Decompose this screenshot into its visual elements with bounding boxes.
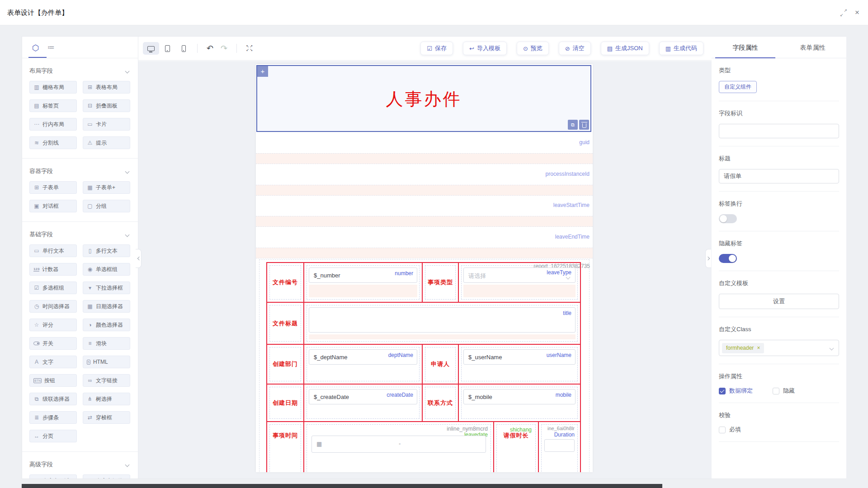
form-label-cell[interactable]: 事项类型 xyxy=(423,263,459,302)
field-item[interactable]: ▾下拉选择框 xyxy=(83,282,130,294)
form-label-cell[interactable]: 创建日期 xyxy=(267,385,304,421)
field-item[interactable]: ≡滑块 xyxy=(83,337,130,350)
field-item[interactable]: ▤标签页 xyxy=(29,99,77,112)
import-template-button[interactable]: ↩导入模板 xyxy=(463,42,507,55)
field-item[interactable]: 5HTML xyxy=(83,356,130,368)
undo-icon[interactable]: ↶ xyxy=(207,44,213,53)
tab-form-properties[interactable]: 表单属性 xyxy=(779,37,846,58)
spacer-row[interactable] xyxy=(256,216,593,227)
field-item[interactable]: ⇄穿梭框 xyxy=(83,411,130,424)
components-tab-icon[interactable]: ⬡ xyxy=(32,43,39,53)
mobile-view-button[interactable] xyxy=(175,42,192,55)
mobile-input[interactable]: $_mobilemobile xyxy=(463,389,576,404)
field-item[interactable]: BTN按钮 xyxy=(29,374,77,387)
user-name-input[interactable]: $_userNameuserName xyxy=(463,349,576,365)
field-item[interactable]: ⊞表格布局 xyxy=(83,81,130,94)
field-item[interactable]: ▣对话框 xyxy=(29,200,77,212)
move-handle-icon[interactable]: + xyxy=(257,66,268,77)
field-item[interactable]: ◑颜色选择器 xyxy=(83,319,130,331)
leave-type-select[interactable]: 请选择leaveType xyxy=(463,267,576,283)
field-item[interactable]: ↔分页 xyxy=(29,430,77,442)
form-label-cell[interactable]: 联系方式 xyxy=(423,385,459,421)
title-input[interactable]: title xyxy=(309,307,576,333)
hidden-field-row[interactable]: leaveStartTime xyxy=(256,197,593,214)
form-label-cell[interactable]: 文件编号 xyxy=(267,263,304,302)
generate-json-button[interactable]: ▤生成JSON xyxy=(601,42,649,55)
form-label-cell[interactable]: 申请人 xyxy=(423,345,459,384)
generate-code-button[interactable]: ▥生成代码 xyxy=(659,42,703,55)
field-item[interactable]: ▥栅格布局 xyxy=(29,81,77,94)
section-advanced-fields[interactable]: 高级字段 xyxy=(29,461,131,468)
field-item[interactable]: A文字 xyxy=(29,356,77,368)
preview-button[interactable]: ⊙预览 xyxy=(517,42,549,55)
form-input-cell[interactable]: $_numbernumber xyxy=(304,263,423,302)
field-item[interactable]: ⧉级联选择器 xyxy=(29,393,77,405)
create-date-input[interactable]: $_createDatecreateDate xyxy=(309,389,417,404)
field-item[interactable]: ▢分组 xyxy=(83,200,130,212)
data-binding-checkbox[interactable] xyxy=(719,388,726,394)
section-layout-fields[interactable]: 布局字段 xyxy=(29,67,131,75)
hidden-checkbox[interactable] xyxy=(773,388,779,394)
hidden-field-row[interactable]: guid xyxy=(256,134,593,151)
field-item[interactable]: ▦子表单+ xyxy=(83,181,130,194)
field-item[interactable]: ≣步骤条 xyxy=(29,411,77,424)
spacer-row[interactable] xyxy=(256,185,593,196)
field-item[interactable]: ≋分割线 xyxy=(29,136,77,149)
field-item[interactable]: ☆评分 xyxy=(29,319,77,331)
label-wrap-toggle[interactable] xyxy=(719,214,737,223)
field-item[interactable]: ☑多选框组 xyxy=(29,282,77,294)
number-input[interactable]: $_numbernumber xyxy=(309,267,417,283)
form-input-cell[interactable]: $_deptNamedeptName xyxy=(304,345,423,384)
field-item[interactable]: ▯多行文本 xyxy=(83,244,130,257)
desktop-view-button[interactable] xyxy=(143,42,159,55)
copy-component-icon[interactable]: ⧉ xyxy=(568,120,578,130)
custom-class-select[interactable]: formheader× xyxy=(719,340,839,356)
field-item[interactable]: ▭单行文本 xyxy=(29,244,77,257)
field-item[interactable]: ◉单选框组 xyxy=(83,263,130,276)
restore-window-icon[interactable]: ↗ ↙ xyxy=(839,8,848,17)
close-window-icon[interactable]: × xyxy=(853,8,862,17)
form-input-cell[interactable]: $_createDatecreateDate xyxy=(304,385,423,421)
form-header-component[interactable]: + 人事办件 ⧉ xyxy=(256,65,591,132)
section-container-fields[interactable]: 容器字段 xyxy=(29,168,131,175)
form-input-cell[interactable]: title xyxy=(304,303,580,344)
tablet-view-button[interactable] xyxy=(159,42,175,55)
settings-button[interactable]: 设置 xyxy=(719,294,839,309)
form-daterange-cell[interactable]: inline_nym8mcrd leavedate ▦ - xyxy=(304,422,494,472)
hidden-field-row[interactable]: leaveEndTime xyxy=(256,229,593,246)
delete-component-icon[interactable] xyxy=(579,120,589,130)
collapse-sidebar-handle[interactable] xyxy=(136,249,142,268)
field-item[interactable]: ∞文字链接 xyxy=(83,374,130,387)
form-input-cell[interactable]: $_mobilemobile xyxy=(459,385,580,421)
section-basic-fields[interactable]: 基础字段 xyxy=(29,231,131,238)
field-item[interactable]: 开关 xyxy=(29,337,77,350)
clear-button[interactable]: ⊘清空 xyxy=(559,42,591,55)
duration-input[interactable] xyxy=(544,439,575,452)
outline-tab-icon[interactable]: ≔ xyxy=(47,43,55,52)
field-id-input[interactable] xyxy=(719,124,839,138)
collapse-panel-handle[interactable] xyxy=(705,249,711,268)
field-item[interactable]: ▦日期选择器 xyxy=(83,300,130,313)
field-item[interactable]: ⋯行内布局 xyxy=(29,118,77,131)
hide-label-toggle[interactable] xyxy=(719,254,737,263)
spacer-row[interactable] xyxy=(256,248,593,258)
field-item[interactable]: ⊟折叠面板 xyxy=(83,99,130,112)
field-item[interactable]: ▭卡片 xyxy=(83,118,130,131)
field-item[interactable]: ⚠提示 xyxy=(83,136,130,149)
field-item[interactable]: ◷时间选择器 xyxy=(29,300,77,313)
field-item[interactable]: ⋔树选择 xyxy=(83,393,130,405)
redo-icon[interactable]: ↷ xyxy=(221,44,227,53)
form-label-cell[interactable]: shichang 请假时长 xyxy=(494,422,539,472)
type-tag[interactable]: 自定义组件 xyxy=(719,81,757,93)
form-input-cell[interactable]: ine_6ai0h8lr Duration xyxy=(539,422,580,472)
save-button[interactable]: ☑保存 xyxy=(420,42,453,55)
tab-field-properties[interactable]: 字段属性 xyxy=(712,37,779,58)
date-range-input[interactable]: ▦ - xyxy=(311,436,486,453)
form-input-cell[interactable]: $_userNameuserName xyxy=(459,345,580,384)
remove-tag-icon[interactable]: × xyxy=(757,345,760,351)
title-input[interactable]: 请假单 xyxy=(719,169,839,183)
form-label-cell[interactable]: 事项时间 xyxy=(267,422,304,472)
hidden-field-row[interactable]: processInstanceId xyxy=(256,166,593,183)
required-checkbox[interactable] xyxy=(719,427,726,433)
field-item[interactable]: ⊞子表单 xyxy=(29,181,77,194)
